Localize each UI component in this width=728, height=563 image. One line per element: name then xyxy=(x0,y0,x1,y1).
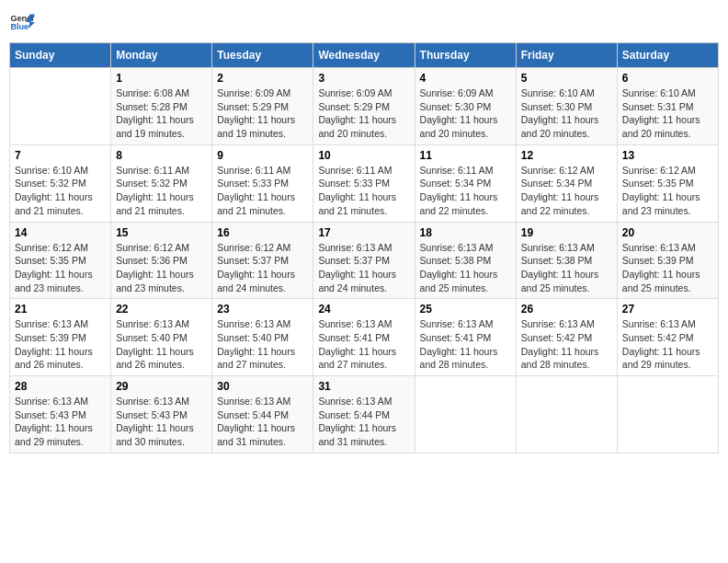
calendar-cell: 30Sunrise: 6:13 AM Sunset: 5:44 PM Dayli… xyxy=(212,376,313,454)
day-info: Sunrise: 6:10 AM Sunset: 5:32 PM Dayligh… xyxy=(15,164,106,218)
day-number: 22 xyxy=(116,303,207,316)
day-number: 12 xyxy=(521,149,612,162)
calendar-cell: 5Sunrise: 6:10 AM Sunset: 5:30 PM Daylig… xyxy=(516,68,617,145)
day-number: 29 xyxy=(116,380,207,393)
calendar-cell: 2Sunrise: 6:09 AM Sunset: 5:29 PM Daylig… xyxy=(212,68,313,145)
calendar-cell: 16Sunrise: 6:12 AM Sunset: 5:37 PM Dayli… xyxy=(212,222,313,299)
day-number: 4 xyxy=(420,72,511,85)
week-row-2: 7Sunrise: 6:10 AM Sunset: 5:32 PM Daylig… xyxy=(10,144,719,222)
day-number: 11 xyxy=(420,149,511,162)
calendar-cell: 31Sunrise: 6:13 AM Sunset: 5:44 PM Dayli… xyxy=(313,376,415,454)
day-info: Sunrise: 6:13 AM Sunset: 5:42 PM Dayligh… xyxy=(521,317,612,372)
day-number: 20 xyxy=(622,226,713,239)
calendar-cell: 28Sunrise: 6:13 AM Sunset: 5:43 PM Dayli… xyxy=(10,376,111,454)
logo: General Blue xyxy=(9,9,35,35)
week-row-4: 21Sunrise: 6:13 AM Sunset: 5:39 PM Dayli… xyxy=(10,299,719,376)
day-info: Sunrise: 6:10 AM Sunset: 5:31 PM Dayligh… xyxy=(622,86,713,141)
day-info: Sunrise: 6:12 AM Sunset: 5:37 PM Dayligh… xyxy=(217,241,308,295)
day-info: Sunrise: 6:13 AM Sunset: 5:37 PM Dayligh… xyxy=(318,241,409,295)
calendar-cell: 6Sunrise: 6:10 AM Sunset: 5:31 PM Daylig… xyxy=(617,68,718,145)
day-number: 3 xyxy=(318,72,409,85)
calendar-cell: 14Sunrise: 6:12 AM Sunset: 5:35 PM Dayli… xyxy=(10,222,111,299)
svg-text:Blue: Blue xyxy=(10,22,28,31)
calendar-cell: 11Sunrise: 6:11 AM Sunset: 5:34 PM Dayli… xyxy=(415,144,516,222)
logo-icon: General Blue xyxy=(9,9,35,35)
day-header-tuesday: Tuesday xyxy=(212,43,313,68)
day-number: 7 xyxy=(15,149,106,162)
day-info: Sunrise: 6:13 AM Sunset: 5:43 PM Dayligh… xyxy=(116,395,207,449)
day-header-monday: Monday xyxy=(111,43,212,68)
day-info: Sunrise: 6:13 AM Sunset: 5:39 PM Dayligh… xyxy=(622,241,713,295)
day-number: 19 xyxy=(521,226,612,239)
day-number: 21 xyxy=(15,303,106,316)
day-info: Sunrise: 6:13 AM Sunset: 5:43 PM Dayligh… xyxy=(15,395,106,449)
day-number: 25 xyxy=(420,303,511,316)
day-info: Sunrise: 6:12 AM Sunset: 5:36 PM Dayligh… xyxy=(116,241,207,295)
day-number: 31 xyxy=(318,380,409,393)
calendar-cell: 26Sunrise: 6:13 AM Sunset: 5:42 PM Dayli… xyxy=(516,299,617,376)
day-number: 26 xyxy=(521,303,612,316)
day-info: Sunrise: 6:09 AM Sunset: 5:29 PM Dayligh… xyxy=(217,86,308,141)
day-header-thursday: Thursday xyxy=(415,43,516,68)
calendar-cell: 29Sunrise: 6:13 AM Sunset: 5:43 PM Dayli… xyxy=(111,376,212,454)
calendar-cell: 22Sunrise: 6:13 AM Sunset: 5:40 PM Dayli… xyxy=(111,299,212,376)
day-info: Sunrise: 6:10 AM Sunset: 5:30 PM Dayligh… xyxy=(521,86,612,141)
calendar-cell: 18Sunrise: 6:13 AM Sunset: 5:38 PM Dayli… xyxy=(415,222,516,299)
day-number: 6 xyxy=(622,72,713,85)
day-number: 2 xyxy=(217,72,308,85)
week-row-3: 14Sunrise: 6:12 AM Sunset: 5:35 PM Dayli… xyxy=(10,222,719,299)
day-number: 18 xyxy=(420,226,511,239)
day-info: Sunrise: 6:12 AM Sunset: 5:35 PM Dayligh… xyxy=(15,241,106,295)
calendar-cell: 17Sunrise: 6:13 AM Sunset: 5:37 PM Dayli… xyxy=(313,222,415,299)
day-number: 24 xyxy=(318,303,409,316)
day-info: Sunrise: 6:13 AM Sunset: 5:40 PM Dayligh… xyxy=(217,317,308,372)
day-info: Sunrise: 6:11 AM Sunset: 5:34 PM Dayligh… xyxy=(420,164,511,218)
day-info: Sunrise: 6:11 AM Sunset: 5:33 PM Dayligh… xyxy=(318,164,409,218)
day-number: 23 xyxy=(217,303,308,316)
calendar-cell: 8Sunrise: 6:11 AM Sunset: 5:32 PM Daylig… xyxy=(111,144,212,222)
day-number: 8 xyxy=(116,149,207,162)
calendar-header-row: SundayMondayTuesdayWednesdayThursdayFrid… xyxy=(10,43,719,68)
day-header-friday: Friday xyxy=(516,43,617,68)
calendar-cell: 12Sunrise: 6:12 AM Sunset: 5:34 PM Dayli… xyxy=(516,144,617,222)
day-info: Sunrise: 6:12 AM Sunset: 5:35 PM Dayligh… xyxy=(622,164,713,218)
day-number: 13 xyxy=(622,149,713,162)
calendar-cell: 4Sunrise: 6:09 AM Sunset: 5:30 PM Daylig… xyxy=(415,68,516,145)
calendar-cell xyxy=(415,376,516,454)
day-info: Sunrise: 6:13 AM Sunset: 5:44 PM Dayligh… xyxy=(217,395,308,449)
day-info: Sunrise: 6:09 AM Sunset: 5:30 PM Dayligh… xyxy=(420,86,511,141)
calendar-cell: 25Sunrise: 6:13 AM Sunset: 5:41 PM Dayli… xyxy=(415,299,516,376)
day-number: 27 xyxy=(622,303,713,316)
calendar-cell: 3Sunrise: 6:09 AM Sunset: 5:29 PM Daylig… xyxy=(313,68,415,145)
calendar-cell xyxy=(617,376,718,454)
day-info: Sunrise: 6:13 AM Sunset: 5:44 PM Dayligh… xyxy=(318,395,409,449)
day-info: Sunrise: 6:11 AM Sunset: 5:32 PM Dayligh… xyxy=(116,164,207,218)
day-number: 16 xyxy=(217,226,308,239)
day-info: Sunrise: 6:13 AM Sunset: 5:41 PM Dayligh… xyxy=(420,317,511,372)
calendar-cell: 15Sunrise: 6:12 AM Sunset: 5:36 PM Dayli… xyxy=(111,222,212,299)
day-info: Sunrise: 6:13 AM Sunset: 5:39 PM Dayligh… xyxy=(15,317,106,372)
calendar-cell: 1Sunrise: 6:08 AM Sunset: 5:28 PM Daylig… xyxy=(111,68,212,145)
day-number: 14 xyxy=(15,226,106,239)
week-row-5: 28Sunrise: 6:13 AM Sunset: 5:43 PM Dayli… xyxy=(10,376,719,454)
calendar-cell: 21Sunrise: 6:13 AM Sunset: 5:39 PM Dayli… xyxy=(10,299,111,376)
day-info: Sunrise: 6:12 AM Sunset: 5:34 PM Dayligh… xyxy=(521,164,612,218)
day-number: 30 xyxy=(217,380,308,393)
calendar-cell xyxy=(516,376,617,454)
page-header: General Blue xyxy=(9,9,719,35)
day-number: 28 xyxy=(15,380,106,393)
day-info: Sunrise: 6:13 AM Sunset: 5:42 PM Dayligh… xyxy=(622,317,713,372)
calendar-cell: 24Sunrise: 6:13 AM Sunset: 5:41 PM Dayli… xyxy=(313,299,415,376)
calendar-cell: 7Sunrise: 6:10 AM Sunset: 5:32 PM Daylig… xyxy=(10,144,111,222)
calendar-cell xyxy=(10,68,111,145)
day-info: Sunrise: 6:08 AM Sunset: 5:28 PM Dayligh… xyxy=(116,86,207,141)
day-number: 10 xyxy=(318,149,409,162)
day-number: 17 xyxy=(318,226,409,239)
calendar-cell: 9Sunrise: 6:11 AM Sunset: 5:33 PM Daylig… xyxy=(212,144,313,222)
day-info: Sunrise: 6:13 AM Sunset: 5:38 PM Dayligh… xyxy=(521,241,612,295)
day-header-wednesday: Wednesday xyxy=(313,43,415,68)
day-info: Sunrise: 6:13 AM Sunset: 5:38 PM Dayligh… xyxy=(420,241,511,295)
day-info: Sunrise: 6:13 AM Sunset: 5:40 PM Dayligh… xyxy=(116,317,207,372)
day-number: 1 xyxy=(116,72,207,85)
calendar-table: SundayMondayTuesdayWednesdayThursdayFrid… xyxy=(9,42,719,454)
